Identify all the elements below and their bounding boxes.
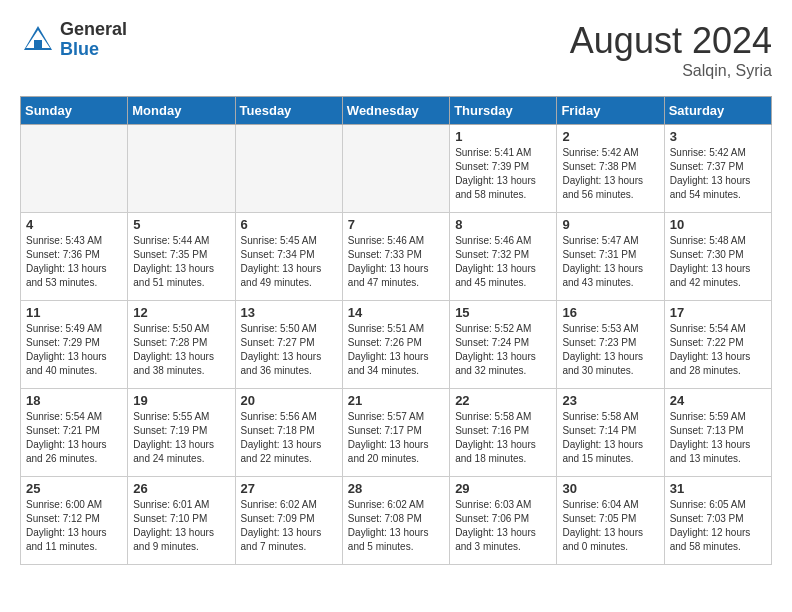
day-number: 14 xyxy=(348,305,444,320)
day-number: 2 xyxy=(562,129,658,144)
day-info: Sunrise: 5:58 AM Sunset: 7:16 PM Dayligh… xyxy=(455,410,551,466)
day-number: 10 xyxy=(670,217,766,232)
calendar-cell xyxy=(235,125,342,213)
day-info: Sunrise: 5:43 AM Sunset: 7:36 PM Dayligh… xyxy=(26,234,122,290)
day-number: 4 xyxy=(26,217,122,232)
calendar-cell: 15Sunrise: 5:52 AM Sunset: 7:24 PM Dayli… xyxy=(450,301,557,389)
day-number: 5 xyxy=(133,217,229,232)
day-number: 8 xyxy=(455,217,551,232)
day-info: Sunrise: 6:00 AM Sunset: 7:12 PM Dayligh… xyxy=(26,498,122,554)
calendar-cell: 1Sunrise: 5:41 AM Sunset: 7:39 PM Daylig… xyxy=(450,125,557,213)
calendar-cell: 26Sunrise: 6:01 AM Sunset: 7:10 PM Dayli… xyxy=(128,477,235,565)
calendar-cell: 10Sunrise: 5:48 AM Sunset: 7:30 PM Dayli… xyxy=(664,213,771,301)
calendar-cell: 19Sunrise: 5:55 AM Sunset: 7:19 PM Dayli… xyxy=(128,389,235,477)
calendar-cell: 13Sunrise: 5:50 AM Sunset: 7:27 PM Dayli… xyxy=(235,301,342,389)
calendar-cell: 18Sunrise: 5:54 AM Sunset: 7:21 PM Dayli… xyxy=(21,389,128,477)
day-number: 11 xyxy=(26,305,122,320)
calendar-cell: 27Sunrise: 6:02 AM Sunset: 7:09 PM Dayli… xyxy=(235,477,342,565)
day-info: Sunrise: 5:51 AM Sunset: 7:26 PM Dayligh… xyxy=(348,322,444,378)
calendar-cell: 21Sunrise: 5:57 AM Sunset: 7:17 PM Dayli… xyxy=(342,389,449,477)
day-number: 9 xyxy=(562,217,658,232)
day-number: 1 xyxy=(455,129,551,144)
day-info: Sunrise: 5:57 AM Sunset: 7:17 PM Dayligh… xyxy=(348,410,444,466)
day-number: 12 xyxy=(133,305,229,320)
calendar-cell: 9Sunrise: 5:47 AM Sunset: 7:31 PM Daylig… xyxy=(557,213,664,301)
day-info: Sunrise: 6:02 AM Sunset: 7:09 PM Dayligh… xyxy=(241,498,337,554)
calendar-cell xyxy=(342,125,449,213)
day-number: 20 xyxy=(241,393,337,408)
day-number: 21 xyxy=(348,393,444,408)
day-info: Sunrise: 5:52 AM Sunset: 7:24 PM Dayligh… xyxy=(455,322,551,378)
day-number: 28 xyxy=(348,481,444,496)
location: Salqin, Syria xyxy=(570,62,772,80)
calendar-week-2: 4Sunrise: 5:43 AM Sunset: 7:36 PM Daylig… xyxy=(21,213,772,301)
day-info: Sunrise: 6:04 AM Sunset: 7:05 PM Dayligh… xyxy=(562,498,658,554)
calendar-cell: 2Sunrise: 5:42 AM Sunset: 7:38 PM Daylig… xyxy=(557,125,664,213)
day-info: Sunrise: 5:41 AM Sunset: 7:39 PM Dayligh… xyxy=(455,146,551,202)
calendar-cell: 17Sunrise: 5:54 AM Sunset: 7:22 PM Dayli… xyxy=(664,301,771,389)
day-number: 13 xyxy=(241,305,337,320)
calendar-week-5: 25Sunrise: 6:00 AM Sunset: 7:12 PM Dayli… xyxy=(21,477,772,565)
calendar-cell: 12Sunrise: 5:50 AM Sunset: 7:28 PM Dayli… xyxy=(128,301,235,389)
calendar-cell: 30Sunrise: 6:04 AM Sunset: 7:05 PM Dayli… xyxy=(557,477,664,565)
col-thursday: Thursday xyxy=(450,97,557,125)
calendar-cell: 7Sunrise: 5:46 AM Sunset: 7:33 PM Daylig… xyxy=(342,213,449,301)
calendar-cell: 5Sunrise: 5:44 AM Sunset: 7:35 PM Daylig… xyxy=(128,213,235,301)
month-year: August 2024 xyxy=(570,20,772,62)
calendar-cell: 20Sunrise: 5:56 AM Sunset: 7:18 PM Dayli… xyxy=(235,389,342,477)
day-info: Sunrise: 5:59 AM Sunset: 7:13 PM Dayligh… xyxy=(670,410,766,466)
calendar-cell: 23Sunrise: 5:58 AM Sunset: 7:14 PM Dayli… xyxy=(557,389,664,477)
day-info: Sunrise: 5:46 AM Sunset: 7:32 PM Dayligh… xyxy=(455,234,551,290)
day-info: Sunrise: 5:54 AM Sunset: 7:21 PM Dayligh… xyxy=(26,410,122,466)
calendar-cell: 8Sunrise: 5:46 AM Sunset: 7:32 PM Daylig… xyxy=(450,213,557,301)
calendar-cell: 25Sunrise: 6:00 AM Sunset: 7:12 PM Dayli… xyxy=(21,477,128,565)
calendar-cell: 14Sunrise: 5:51 AM Sunset: 7:26 PM Dayli… xyxy=(342,301,449,389)
day-number: 18 xyxy=(26,393,122,408)
logo-icon xyxy=(20,22,56,58)
day-info: Sunrise: 5:42 AM Sunset: 7:38 PM Dayligh… xyxy=(562,146,658,202)
day-info: Sunrise: 6:05 AM Sunset: 7:03 PM Dayligh… xyxy=(670,498,766,554)
day-info: Sunrise: 5:58 AM Sunset: 7:14 PM Dayligh… xyxy=(562,410,658,466)
day-number: 22 xyxy=(455,393,551,408)
logo-general: General xyxy=(60,20,127,40)
day-info: Sunrise: 5:50 AM Sunset: 7:27 PM Dayligh… xyxy=(241,322,337,378)
calendar-cell: 29Sunrise: 6:03 AM Sunset: 7:06 PM Dayli… xyxy=(450,477,557,565)
calendar-cell xyxy=(21,125,128,213)
calendar-week-3: 11Sunrise: 5:49 AM Sunset: 7:29 PM Dayli… xyxy=(21,301,772,389)
day-info: Sunrise: 5:47 AM Sunset: 7:31 PM Dayligh… xyxy=(562,234,658,290)
calendar-cell xyxy=(128,125,235,213)
day-number: 30 xyxy=(562,481,658,496)
calendar-cell: 3Sunrise: 5:42 AM Sunset: 7:37 PM Daylig… xyxy=(664,125,771,213)
day-number: 24 xyxy=(670,393,766,408)
calendar-cell: 4Sunrise: 5:43 AM Sunset: 7:36 PM Daylig… xyxy=(21,213,128,301)
day-number: 16 xyxy=(562,305,658,320)
col-friday: Friday xyxy=(557,97,664,125)
calendar-cell: 22Sunrise: 5:58 AM Sunset: 7:16 PM Dayli… xyxy=(450,389,557,477)
logo-text: General Blue xyxy=(60,20,127,60)
calendar-cell: 31Sunrise: 6:05 AM Sunset: 7:03 PM Dayli… xyxy=(664,477,771,565)
logo: General Blue xyxy=(20,20,127,60)
day-info: Sunrise: 5:56 AM Sunset: 7:18 PM Dayligh… xyxy=(241,410,337,466)
day-info: Sunrise: 6:02 AM Sunset: 7:08 PM Dayligh… xyxy=(348,498,444,554)
day-info: Sunrise: 6:01 AM Sunset: 7:10 PM Dayligh… xyxy=(133,498,229,554)
col-saturday: Saturday xyxy=(664,97,771,125)
logo-blue: Blue xyxy=(60,40,127,60)
day-number: 25 xyxy=(26,481,122,496)
day-info: Sunrise: 5:53 AM Sunset: 7:23 PM Dayligh… xyxy=(562,322,658,378)
col-tuesday: Tuesday xyxy=(235,97,342,125)
day-number: 29 xyxy=(455,481,551,496)
day-number: 27 xyxy=(241,481,337,496)
page-header: General Blue August 2024 Salqin, Syria xyxy=(20,20,772,80)
day-number: 15 xyxy=(455,305,551,320)
day-info: Sunrise: 5:45 AM Sunset: 7:34 PM Dayligh… xyxy=(241,234,337,290)
calendar-week-1: 1Sunrise: 5:41 AM Sunset: 7:39 PM Daylig… xyxy=(21,125,772,213)
day-number: 3 xyxy=(670,129,766,144)
day-number: 26 xyxy=(133,481,229,496)
col-monday: Monday xyxy=(128,97,235,125)
calendar-cell: 6Sunrise: 5:45 AM Sunset: 7:34 PM Daylig… xyxy=(235,213,342,301)
title-block: August 2024 Salqin, Syria xyxy=(570,20,772,80)
day-info: Sunrise: 5:50 AM Sunset: 7:28 PM Dayligh… xyxy=(133,322,229,378)
day-info: Sunrise: 6:03 AM Sunset: 7:06 PM Dayligh… xyxy=(455,498,551,554)
calendar-cell: 28Sunrise: 6:02 AM Sunset: 7:08 PM Dayli… xyxy=(342,477,449,565)
calendar-week-4: 18Sunrise: 5:54 AM Sunset: 7:21 PM Dayli… xyxy=(21,389,772,477)
